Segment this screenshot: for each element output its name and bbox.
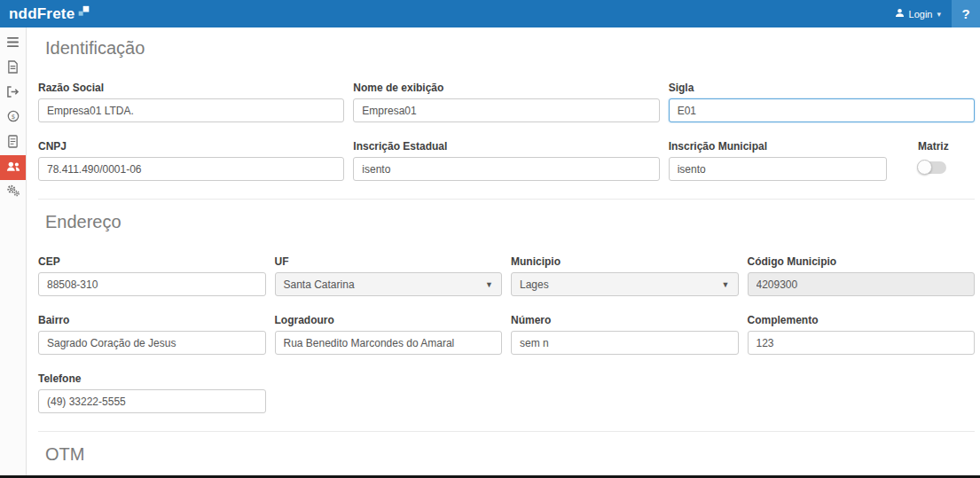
sidebar-item-menu[interactable] [0, 31, 26, 56]
users-icon [6, 160, 20, 176]
brand-squares-icon [77, 5, 90, 22]
cep-label: CEP [38, 255, 266, 268]
document-icon [7, 135, 19, 152]
codigo-municipio-input [748, 272, 976, 296]
cnpj-input[interactable] [38, 157, 344, 181]
nome-exibicao-input[interactable] [353, 98, 659, 122]
sidebar-item-document[interactable] [0, 130, 26, 155]
uf-select-value: Santa Catarina [284, 278, 355, 291]
section-divider [38, 199, 975, 200]
matriz-label: Matriz [918, 140, 975, 153]
identificacao-row-2: CNPJ Inscrição Estadual Inscrição Munici… [38, 140, 975, 181]
cnpj-label: CNPJ [38, 140, 344, 153]
sidebar-item-settings[interactable] [0, 180, 26, 205]
inscricao-estadual-label: Inscrição Estadual [353, 140, 659, 153]
bairro-label: Bairro [38, 314, 266, 326]
numero-label: Número [511, 314, 739, 326]
complemento-input[interactable] [748, 331, 976, 355]
municipio-select[interactable]: Lages ▼ [511, 272, 739, 296]
top-bar: nddFrete Login ▾ ? [0, 0, 980, 27]
section-title-otm: OTM [45, 444, 975, 465]
sidebar: $ [0, 27, 27, 478]
section-title-identificacao: Identificação [45, 38, 975, 59]
matriz-toggle-knob [917, 160, 932, 175]
logradouro-label: Logradouro [275, 314, 503, 326]
telefone-input[interactable] [38, 389, 266, 413]
chevron-down-icon: ▼ [485, 280, 493, 289]
sigla-input[interactable] [669, 98, 975, 122]
sidebar-item-billing[interactable]: $ [0, 106, 26, 130]
razao-social-label: Razão Social [38, 82, 344, 94]
invoice-icon [7, 60, 19, 77]
help-button[interactable]: ? [952, 0, 980, 27]
numero-input[interactable] [511, 331, 739, 355]
identificacao-row-1: Razão Social Nome de exibição Sigla [38, 82, 975, 122]
logradouro-input[interactable] [275, 331, 503, 355]
matriz-toggle[interactable] [918, 161, 946, 174]
municipio-select-value: Lages [520, 278, 549, 291]
svg-text:$: $ [11, 114, 14, 121]
topbar-right: Login ▾ ? [884, 0, 980, 27]
uf-select[interactable]: Santa Catarina ▼ [275, 272, 503, 296]
bairro-input[interactable] [38, 331, 266, 355]
endereco-row-2: Bairro Logradouro Número Complemento [38, 314, 975, 355]
complemento-label: Complemento [748, 314, 976, 326]
login-label: Login [909, 9, 933, 20]
gears-icon [6, 184, 20, 200]
coin-icon: $ [7, 110, 20, 126]
inscricao-estadual-input[interactable] [353, 157, 659, 181]
inscricao-municipal-input[interactable] [669, 157, 887, 181]
brand-text: nddFrete [9, 5, 74, 23]
cep-input[interactable] [38, 272, 266, 296]
brand-logo[interactable]: nddFrete [0, 5, 90, 23]
section-divider [38, 431, 975, 432]
login-button[interactable]: Login ▾ [884, 0, 952, 27]
inscricao-municipal-label: Inscrição Municipal [669, 140, 887, 153]
nome-exibicao-label: Nome de exibição [353, 82, 659, 94]
user-icon [895, 8, 905, 20]
endereco-row-3: Telefone [38, 372, 975, 413]
main-content: Identificação Razão Social Nome de exibi… [27, 27, 980, 478]
menu-icon [6, 35, 20, 51]
municipio-label: Municipio [511, 255, 739, 268]
export-icon [6, 85, 20, 101]
endereco-row-1: CEP UF Santa Catarina ▼ Municipio Lages … [38, 255, 975, 296]
sidebar-item-companies[interactable] [0, 155, 26, 180]
chevron-down-icon: ▼ [722, 280, 730, 289]
codigo-municipio-label: Código Municipio [748, 255, 976, 268]
razao-social-input[interactable] [38, 98, 344, 122]
uf-label: UF [275, 255, 503, 268]
chevron-down-icon: ▾ [937, 10, 941, 19]
sigla-label: Sigla [669, 82, 975, 94]
sidebar-item-export[interactable] [0, 81, 26, 106]
section-title-endereco: Endereço [45, 212, 975, 232]
sidebar-item-invoice[interactable] [0, 56, 26, 81]
telefone-label: Telefone [38, 372, 266, 385]
